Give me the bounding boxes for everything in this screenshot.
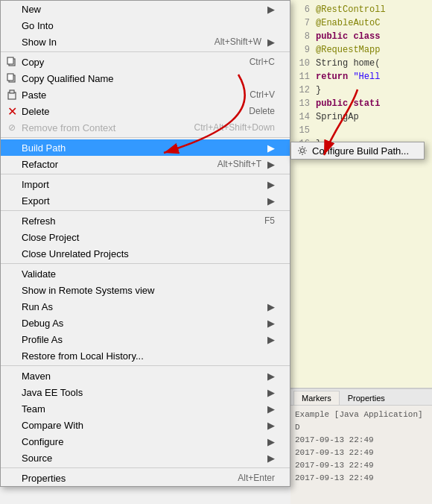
menu-item-go-into[interactable]: Go Into: [1, 17, 290, 34]
submenu-arrow-run-as: ▶: [267, 301, 275, 312]
menu-item-remove-context[interactable]: ⊘ Remove from Context Ctrl+Alt+Shift+Dow…: [1, 119, 290, 136]
submenu-arrow-compare-with: ▶: [267, 420, 275, 431]
editor-line-6: 6 @RestControll: [295, 3, 428, 16]
menu-item-close-project[interactable]: Close Project: [1, 229, 290, 245]
editor-line-11: 11 return "Hell: [295, 70, 428, 84]
context-menu: New ▶ Go Into Show In Alt+Shift+W ▶ Copy…: [0, 0, 290, 487]
editor-line-10: 10 String home(: [295, 57, 428, 70]
submenu-item-configure-build-path[interactable]: Configure Build Path...: [291, 142, 424, 159]
menu-item-source[interactable]: Source ▶: [1, 450, 290, 466]
menu-item-debug-as[interactable]: Debug As ▶: [1, 315, 290, 331]
submenu-arrow-refactor: ▶: [267, 159, 275, 170]
svg-rect-3: [7, 74, 13, 81]
menu-item-team[interactable]: Team ▶: [1, 400, 290, 417]
svg-rect-5: [10, 90, 14, 93]
build-path-submenu: Configure Build Path...: [290, 142, 425, 160]
menu-item-restore-history[interactable]: Restore from Local History...: [1, 347, 290, 364]
menu-item-import[interactable]: Import ▶: [1, 176, 290, 192]
svg-point-6: [301, 149, 305, 153]
separator-4: [1, 210, 290, 211]
submenu-arrow-import: ▶: [267, 179, 275, 190]
separator-6: [1, 365, 290, 366]
submenu-arrow-team: ▶: [267, 403, 275, 415]
separator-2: [1, 137, 290, 138]
menu-item-show-remote[interactable]: Show in Remote Systems view: [1, 282, 290, 298]
tab-markers[interactable]: Markers: [293, 391, 340, 405]
menu-item-properties[interactable]: Properties Alt+Enter: [1, 470, 290, 486]
editor-line-9: 9 @RequestMapp: [295, 43, 428, 57]
menu-item-copy[interactable]: Copy Ctrl+C: [1, 54, 290, 70]
menu-item-copy-qualified[interactable]: Copy Qualified Name: [1, 70, 290, 86]
log-row-3: 2017-09-13 22:49: [295, 459, 428, 472]
menu-item-validate[interactable]: Validate: [1, 265, 290, 282]
menu-item-export[interactable]: Export ▶: [1, 192, 290, 209]
submenu-arrow-new: ▶: [267, 4, 275, 15]
paste-icon: [5, 88, 19, 101]
editor-line-8: 8 public class: [295, 30, 428, 43]
editor-line-15: 15: [295, 124, 428, 137]
delete-icon: ✕: [5, 104, 19, 118]
menu-item-refactor[interactable]: Refactor Alt+Shift+T ▶: [1, 156, 290, 172]
menu-item-show-in[interactable]: Show In Alt+Shift+W ▶: [1, 34, 290, 50]
submenu-arrow-show-in: ▶: [267, 37, 275, 48]
menu-item-run-as[interactable]: Run As ▶: [1, 298, 290, 315]
menu-item-compare-with[interactable]: Compare With ▶: [1, 417, 290, 433]
log-row-4: 2017-09-13 22:49: [295, 472, 428, 485]
menu-item-profile-as[interactable]: Profile As ▶: [1, 331, 290, 347]
submenu-arrow-export: ▶: [267, 195, 275, 207]
svg-rect-1: [7, 57, 13, 64]
remove-context-icon: ⊘: [5, 121, 19, 134]
configure-build-path-label: Configure Build Path...: [312, 145, 409, 157]
menu-item-close-unrelated[interactable]: Close Unrelated Projects: [1, 245, 290, 262]
code-editor: 6 @RestControll 7 @EnableAutoC 8 public …: [290, 0, 432, 388]
submenu-arrow-build-path: ▶: [267, 142, 275, 154]
editor-line-14: 14 SpringAp: [295, 110, 428, 124]
editor-line-7: 7 @EnableAutoC: [295, 16, 428, 30]
copy-qualified-icon: [5, 72, 19, 85]
separator-3: [1, 174, 290, 174]
submenu-arrow-debug-as: ▶: [267, 318, 275, 329]
menu-item-paste[interactable]: Paste Ctrl+V: [1, 86, 290, 103]
submenu-arrow-java-ee-tools: ▶: [267, 387, 275, 398]
copy-icon: [5, 55, 19, 69]
separator-1: [1, 51, 290, 52]
bottom-tabs: Markers Properties: [290, 389, 432, 406]
gear-icon: [296, 145, 309, 156]
submenu-arrow-profile-as: ▶: [267, 334, 275, 345]
editor-line-13: 13 public stati: [295, 97, 428, 110]
menu-item-maven[interactable]: Maven ▶: [1, 368, 290, 384]
menu-item-configure[interactable]: Configure ▶: [1, 433, 290, 450]
menu-item-refresh[interactable]: Refresh F5: [1, 212, 290, 229]
separator-7: [1, 467, 290, 468]
menu-item-new[interactable]: New ▶: [1, 1, 290, 17]
menu-item-java-ee-tools[interactable]: Java EE Tools ▶: [1, 384, 290, 400]
editor-line-12: 12 }: [295, 84, 428, 97]
menu-item-delete[interactable]: ✕ Delete Delete: [1, 103, 290, 119]
log-row-0: Example [Java Application] D: [295, 409, 428, 434]
bottom-panel: Markers Properties Example [Java Applica…: [290, 388, 432, 504]
log-row-2: 2017-09-13 22:49: [295, 447, 428, 459]
submenu-arrow-configure: ▶: [267, 436, 275, 447]
menu-item-build-path[interactable]: Build Path ▶: [1, 139, 290, 156]
bottom-log: Example [Java Application] D 2017-09-13 …: [290, 406, 432, 488]
tab-properties[interactable]: Properties: [340, 391, 393, 405]
separator-5: [1, 263, 290, 264]
submenu-arrow-maven: ▶: [267, 371, 275, 382]
submenu-arrow-source: ▶: [267, 453, 275, 464]
log-row-1: 2017-09-13 22:49: [295, 434, 428, 447]
